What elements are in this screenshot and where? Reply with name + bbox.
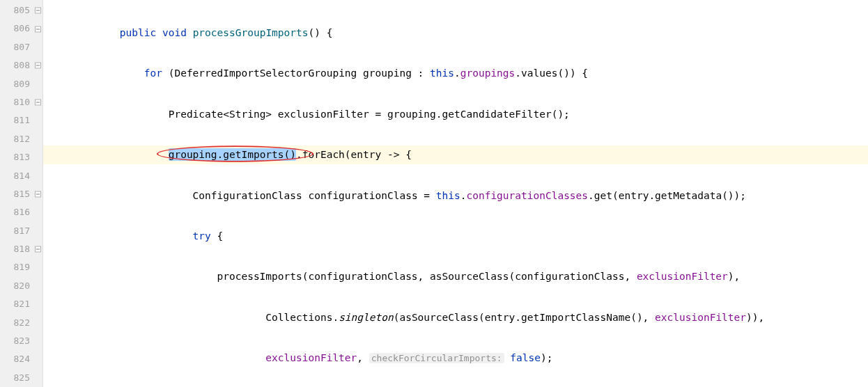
fold-icon[interactable] (35, 8, 41, 14)
variable: exclusionFilter (265, 352, 357, 363)
keyword: try (193, 230, 211, 242)
code-line[interactable]: public void processGroupImports() { (71, 24, 868, 42)
line-number[interactable]: 806 (0, 19, 42, 38)
line-number[interactable]: 813 (0, 148, 42, 166)
static-method: singleton (339, 312, 394, 323)
line-number[interactable]: 818 (0, 240, 42, 258)
fold-icon[interactable] (35, 100, 41, 106)
gutter: 805 806 807 808 809 810 811 812 813 814 … (0, 0, 43, 387)
line-number[interactable]: 807 (0, 38, 42, 56)
fold-icon[interactable] (35, 246, 41, 253)
code-line[interactable]: for (DeferredImportSelectorGrouping grou… (71, 64, 868, 82)
line-number[interactable]: 808 (0, 56, 42, 74)
line-number[interactable]: 816 (0, 203, 42, 221)
line-number[interactable]: 814 (0, 167, 42, 185)
line-number[interactable]: 812 (0, 130, 42, 148)
keyword: this (436, 190, 460, 201)
keyword: false (510, 352, 541, 363)
line-number[interactable]: 822 (0, 314, 42, 332)
line-number[interactable]: 823 (0, 332, 42, 350)
method-name: processGroupImports (193, 27, 309, 38)
code-line[interactable]: ConfigurationClass configurationClass = … (71, 187, 868, 205)
line-number[interactable]: 821 (0, 295, 42, 313)
line-number[interactable]: 824 (0, 350, 42, 368)
fold-icon[interactable] (35, 26, 41, 32)
variable: exclusionFilter (637, 271, 728, 282)
line-number[interactable]: 820 (0, 277, 42, 295)
line-number[interactable]: 819 (0, 258, 42, 276)
keyword: void (162, 27, 187, 38)
code-line[interactable]: Predicate<String> exclusionFilter = grou… (71, 105, 868, 123)
code-line[interactable]: Collections.singleton(asSourceClass(entr… (71, 308, 868, 326)
field-ref: groupings (460, 68, 516, 79)
fold-icon[interactable] (35, 63, 41, 69)
keyword: for (144, 68, 162, 79)
line-number[interactable]: 809 (0, 75, 42, 93)
line-number[interactable]: 825 (0, 369, 42, 387)
code-line[interactable]: try { (71, 227, 868, 245)
code-line-current[interactable]: grouping.getImports().forEach(entry -> { (43, 145, 868, 164)
keyword: this (430, 68, 454, 79)
variable: exclusionFilter (655, 312, 746, 323)
fold-icon[interactable] (35, 191, 41, 198)
keyword: public (120, 27, 156, 38)
line-number[interactable]: 811 (0, 111, 42, 129)
parameter-hint: checkForCircularImports: (369, 353, 504, 363)
line-number[interactable]: 805 (0, 1, 42, 19)
line-number[interactable]: 815 (0, 185, 42, 203)
line-number[interactable]: 817 (0, 222, 42, 240)
line-number[interactable]: 810 (0, 93, 42, 111)
selection: grouping.getImports() (169, 148, 296, 161)
code-line[interactable]: processImports(configurationClass, asSou… (71, 267, 868, 285)
field-ref: configurationClasses (466, 190, 588, 201)
code-line[interactable]: exclusionFilter, checkForCircularImports… (71, 349, 868, 367)
code-editor[interactable]: public void processGroupImports() { for … (43, 0, 868, 387)
